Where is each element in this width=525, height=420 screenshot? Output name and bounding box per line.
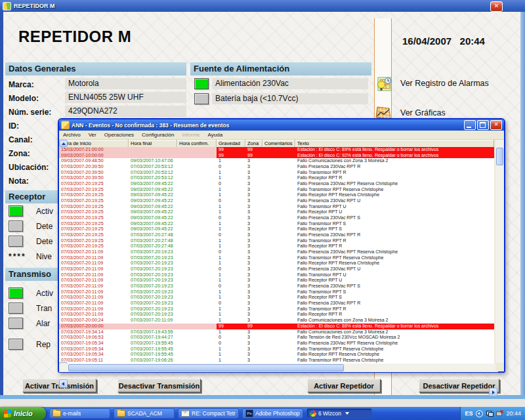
- event-row[interactable]: 07/03/2007-20:11:0907/03/2007-20:19:2303…: [59, 249, 494, 255]
- event-row[interactable]: 07/03/2007-20:00:009999Estación : El dis…: [59, 324, 494, 329]
- desactivar-repetidor-button[interactable]: Desactivar Repetidor: [419, 379, 499, 392]
- event-row[interactable]: 07/03/2007-20:11:0907/03/2007-20:19:2303…: [59, 266, 494, 272]
- events-dialog-titlebar[interactable]: ANN - Eventos - No confirmada : 383 - Re…: [59, 119, 504, 131]
- link-ver-registro-alarmas[interactable]: Ver Registro de Alarmas: [400, 79, 489, 88]
- event-row[interactable]: 07/03/2007-20:19:2507/03/2007-20:27:4803…: [59, 232, 494, 238]
- app-titlebar[interactable]: REPETIDOR M: [0, 0, 525, 12]
- event-cell-hora-final: 07/03/2007-20:53:12: [129, 175, 177, 181]
- event-row[interactable]: 07/03/2007-20:11:0907/03/2007-20:19:2313…: [59, 289, 494, 295]
- event-row[interactable]: 07/03/2007-19:05:3407/03/2007-19:55:4503…: [59, 341, 494, 346]
- event-row[interactable]: 07/03/2007-20:00:2407/03/2007-20:11:0913…: [59, 318, 494, 324]
- event-row[interactable]: 07/03/2007-20:19:2509/03/2007-09:45:2203…: [59, 181, 494, 187]
- activar-repetidor-button[interactable]: Activar Repetidor: [307, 379, 381, 392]
- alarm-log-icon[interactable]: [375, 75, 392, 93]
- menu-ver[interactable]: Ver: [85, 131, 100, 139]
- event-row[interactable]: 15/03/2007-21:00:009999Estación : El dis…: [59, 147, 494, 153]
- event-row[interactable]: 07/03/2007-20:19:2507/03/2007-20:27:4813…: [59, 238, 494, 244]
- scroll-up-button[interactable]: [59, 140, 68, 147]
- event-row[interactable]: 07/03/2007-20:11:0907/03/2007-20:19:2303…: [59, 301, 494, 306]
- events-list[interactable]: 15/03/2007-21:00:009999Estación : El dis…: [59, 147, 494, 364]
- taskbar-item-scada-acm[interactable]: SCADA_ACM: [114, 408, 175, 419]
- event-cell-hora-inicio: 07/03/2007-20:11:09: [59, 301, 129, 306]
- start-button[interactable]: Inicio: [0, 407, 46, 420]
- col-gravedad[interactable]: Gravedad: [217, 140, 245, 147]
- event-row[interactable]: 07/03/2007-19:34:1407/03/2007-19:43:5513…: [59, 329, 494, 335]
- col-hora-inicio[interactable]: Hora de inicio: [59, 140, 129, 147]
- event-row[interactable]: 09/03/2007-09:48:5009/03/2007-10:47:0613…: [59, 158, 494, 164]
- event-row[interactable]: 07/03/2007-20:11:0907/03/2007-20:19:2313…: [59, 272, 494, 278]
- event-row[interactable]: 07/03/2007-19:05:3407/03/2007-19:55:4513…: [59, 352, 494, 358]
- event-row[interactable]: 07/03/2007-19:06:5307/03/2007-19:44:2703…: [59, 335, 494, 341]
- event-row[interactable]: 07/03/2007-20:19:2509/03/2007-09:45:2213…: [59, 187, 494, 193]
- event-cell-gravedad: 99: [217, 153, 245, 159]
- desactivar-transmision-button[interactable]: Desactivar Transmisión: [117, 379, 201, 392]
- vertical-scrollbar-track[interactable]: [495, 140, 504, 364]
- event-cell-gravedad: 1: [217, 261, 245, 266]
- event-cell-hora-confirm: [177, 175, 217, 181]
- scroll-right-button[interactable]: [489, 388, 497, 396]
- event-row[interactable]: 07/03/2007-20:19:2509/03/2007-09:45:2203…: [59, 215, 494, 221]
- event-row[interactable]: 07/03/2007-20:11:0907/03/2007-20:19:2313…: [59, 295, 494, 301]
- event-cell-hora-inicio: 07/03/2007-20:19:25: [59, 192, 129, 198]
- event-row[interactable]: 07/03/2007-20:11:0907/03/2007-20:19:2313…: [59, 261, 494, 266]
- event-row[interactable]: 07/03/2007-19:05:3407/03/2007-19:55:4513…: [59, 346, 494, 352]
- event-cell-gravedad: 99: [217, 324, 245, 329]
- tray-chevron-icon[interactable]: [476, 410, 483, 417]
- event-row[interactable]: 07/03/2007-19:05:1107/03/2007-19:06:2613…: [59, 358, 494, 364]
- event-row[interactable]: 07/03/2007-20:11:0907/03/2007-20:19:2313…: [59, 312, 494, 318]
- event-row[interactable]: 07/03/2007-20:19:2509/03/2007-09:45:2203…: [59, 198, 494, 204]
- label-bateria-baja: Batería baja (<10.7Vcc): [212, 93, 368, 104]
- dialog-minimize-button[interactable]: [464, 120, 476, 130]
- menu-ayuda[interactable]: Ayuda: [204, 131, 227, 139]
- event-cell-texto: Fallo Comunicaciones con Zona 3 Moiresa …: [295, 329, 494, 335]
- event-row[interactable]: 07/03/2007-20:19:2509/03/2007-09:45:2213…: [59, 226, 494, 232]
- event-row[interactable]: 07/03/2007-20:19:2509/03/2007-09:45:2213…: [59, 192, 494, 198]
- event-row[interactable]: 07/03/2007-20:11:0907/03/2007-20:19:2313…: [59, 306, 494, 312]
- menu-configuracion[interactable]: Configuración: [138, 131, 178, 139]
- menu-archivo[interactable]: Archivo: [59, 131, 85, 139]
- dialog-maximize-button[interactable]: [477, 120, 489, 130]
- language-indicator[interactable]: ES: [465, 410, 472, 417]
- event-cell-hora-final: 07/03/2007-20:27:48: [129, 243, 177, 249]
- network-disconnected-icon[interactable]: [496, 411, 503, 416]
- event-cell-texto: Fallo Transmisor RPT R: [295, 238, 494, 244]
- taskbar-item-photoshop[interactable]: Ps Adobe Photoshop: [242, 408, 303, 419]
- col-hora-confirm[interactable]: Hora confirm.: [177, 140, 217, 147]
- taskbar-item-emails[interactable]: e-mails: [49, 408, 110, 419]
- dialog-close-button[interactable]: [490, 120, 502, 130]
- col-texto[interactable]: Texto: [295, 140, 494, 147]
- event-cell-texto: Fallo Presencia 230Vac RPT R: [295, 301, 494, 306]
- col-zona[interactable]: Zona: [245, 140, 262, 147]
- event-cell-zona: 3: [245, 226, 262, 232]
- event-row[interactable]: 07/03/2007-20:39:5007/03/2007-20:53:1213…: [59, 170, 494, 176]
- event-row[interactable]: 07/03/2007-20:19:2509/03/2007-09:45:2213…: [59, 209, 494, 215]
- event-cell-zona: 3: [245, 329, 262, 335]
- event-row[interactable]: 07/03/2007-20:11:0907/03/2007-20:19:2313…: [59, 255, 494, 261]
- link-ver-graficas[interactable]: Ver Gráficas: [400, 108, 446, 117]
- event-cell-hora-final: 07/03/2007-20:11:09: [129, 318, 177, 324]
- event-row[interactable]: 07/03/2007-20:39:5007/03/2007-20:53:1203…: [59, 164, 494, 170]
- horizontal-scrollbar-thumb[interactable]: [68, 364, 344, 371]
- event-row[interactable]: 07/03/2007-20:11:0907/03/2007-20:19:2313…: [59, 278, 494, 284]
- taskbar-item-wizcon[interactable]: 6 Wizcon: [306, 408, 372, 419]
- event-cell-gravedad: 1: [217, 272, 245, 278]
- taskbar-item-email-message[interactable]: RE: Compact Tetra q...: [178, 408, 239, 419]
- app-close-button[interactable]: ✕: [490, 1, 503, 12]
- event-cell-gravedad: 0: [217, 232, 245, 238]
- network-icon[interactable]: [486, 411, 493, 416]
- event-row[interactable]: 07/03/2007-20:19:2507/03/2007-20:27:4813…: [59, 243, 494, 249]
- event-row[interactable]: 09/03/2007-10:00:009999Estación : El dis…: [59, 153, 494, 159]
- event-cell-hora-final: [129, 153, 177, 159]
- event-row[interactable]: 07/03/2007-20:39:5007/03/2007-20:53:1213…: [59, 175, 494, 181]
- event-row[interactable]: 07/03/2007-20:19:2509/03/2007-09:45:2213…: [59, 221, 494, 227]
- chevron-down-icon[interactable]: [345, 412, 349, 415]
- vertical-scrollbar-thumb[interactable]: [496, 148, 503, 165]
- event-row[interactable]: 07/03/2007-20:11:0907/03/2007-20:19:2303…: [59, 284, 494, 289]
- col-hora-final[interactable]: Hora final: [129, 140, 177, 147]
- menu-operaciones[interactable]: Operaciones: [100, 131, 138, 139]
- scroll-left-button[interactable]: [59, 379, 68, 388]
- col-comentarios[interactable]: Comentarios: [262, 140, 295, 147]
- event-cell-texto: Fallo Receptor RPT Reserva Christophe: [295, 192, 494, 198]
- event-row[interactable]: 07/03/2007-20:19:2509/03/2007-09:45:2213…: [59, 204, 494, 210]
- event-cell-hora-inicio: 07/03/2007-19:05:34: [59, 352, 129, 358]
